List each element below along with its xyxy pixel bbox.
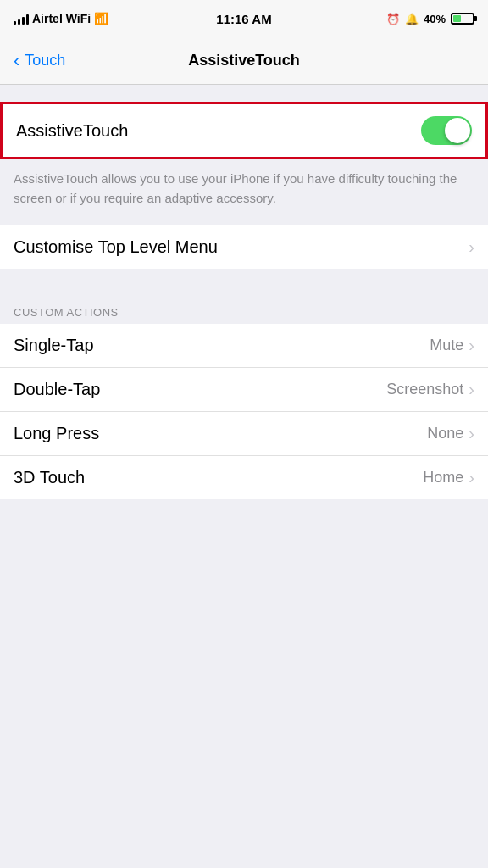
chevron-right-icon: › bbox=[469, 468, 474, 487]
action-value: None bbox=[427, 425, 463, 442]
action-right: Screenshot › bbox=[386, 380, 474, 399]
action-right: Mute › bbox=[430, 336, 474, 355]
list-item[interactable]: Single-Tap Mute › bbox=[0, 324, 488, 368]
alarm-icon: ⏰ bbox=[386, 13, 400, 25]
wifi-icon: 📶 bbox=[94, 12, 108, 25]
assistive-touch-toggle[interactable] bbox=[421, 116, 472, 145]
battery-percent: 40% bbox=[424, 13, 446, 25]
carrier-label: Airtel WiFi bbox=[32, 12, 91, 25]
assistive-touch-description: AssistiveTouch allows you to use your iP… bbox=[0, 159, 488, 225]
action-label: Long Press bbox=[14, 424, 99, 443]
list-item[interactable]: Long Press None › bbox=[0, 412, 488, 456]
back-button[interactable]: ‹ Touch bbox=[14, 50, 65, 72]
list-item[interactable]: Double-Tap Screenshot › bbox=[0, 368, 488, 412]
chevron-left-icon: ‹ bbox=[14, 50, 19, 72]
status-bar: Airtel WiFi 📶 11:16 AM ⏰ 🔔 40% bbox=[0, 0, 488, 37]
action-right: Home › bbox=[423, 468, 474, 487]
custom-actions-list: Single-Tap Mute › Double-Tap Screenshot … bbox=[0, 324, 488, 499]
chevron-right-icon: › bbox=[469, 380, 474, 399]
assistive-touch-label: AssistiveTouch bbox=[16, 121, 128, 141]
customise-menu-right: › bbox=[469, 237, 474, 257]
chevron-right-icon: › bbox=[469, 237, 474, 257]
custom-actions-header: CUSTOM ACTIONS bbox=[0, 299, 488, 324]
clock-icon: 🔔 bbox=[405, 13, 419, 25]
chevron-right-icon: › bbox=[469, 424, 474, 443]
nav-bar: ‹ Touch AssistiveTouch bbox=[0, 37, 488, 85]
section-gap-1 bbox=[0, 269, 488, 299]
action-right: None › bbox=[427, 424, 474, 443]
customise-section: Customise Top Level Menu › bbox=[0, 225, 488, 269]
status-right: ⏰ 🔔 40% bbox=[386, 13, 474, 25]
signal-icon bbox=[14, 13, 29, 25]
assistive-touch-row[interactable]: AssistiveTouch bbox=[0, 102, 488, 159]
action-value: Screenshot bbox=[386, 381, 463, 398]
action-label: Double-Tap bbox=[14, 380, 100, 399]
customise-menu-row[interactable]: Customise Top Level Menu › bbox=[0, 225, 488, 269]
status-time: 11:16 AM bbox=[216, 12, 271, 26]
status-left: Airtel WiFi 📶 bbox=[14, 12, 108, 25]
action-value: Mute bbox=[430, 337, 463, 354]
content-area: AssistiveTouch AssistiveTouch allows you… bbox=[0, 102, 488, 499]
page-title: AssistiveTouch bbox=[188, 52, 300, 70]
action-label: Single-Tap bbox=[14, 336, 94, 355]
battery-icon bbox=[451, 13, 474, 25]
customise-menu-label: Customise Top Level Menu bbox=[14, 237, 218, 257]
back-label: Touch bbox=[25, 52, 65, 70]
chevron-right-icon: › bbox=[469, 336, 474, 355]
list-item[interactable]: 3D Touch Home › bbox=[0, 456, 488, 499]
action-label: 3D Touch bbox=[14, 468, 85, 487]
action-value: Home bbox=[423, 469, 463, 487]
toggle-knob bbox=[445, 118, 470, 143]
